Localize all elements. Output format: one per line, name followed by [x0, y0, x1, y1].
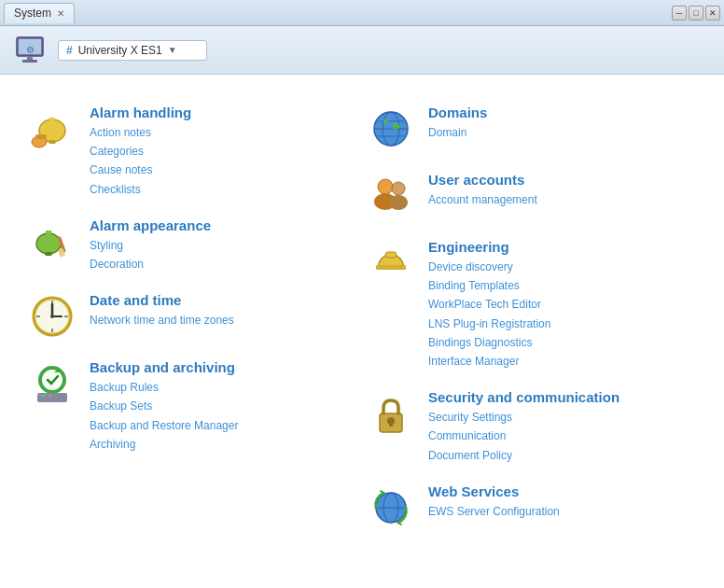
link-action-notes[interactable]: Action notes	[90, 124, 357, 142]
alarm-handling-title: Alarm handling	[90, 105, 357, 120]
security-communication-icon	[367, 389, 415, 438]
engineering-content: EngineeringDevice discoveryBinding Templ…	[428, 239, 696, 371]
alarm-appearance-title: Alarm appearance	[90, 217, 357, 233]
left-column: Alarm handlingAction notesCategoriesCaus…	[28, 93, 357, 539]
link-cause-notes[interactable]: Cause notes	[90, 161, 357, 179]
alarm-handling-icon	[28, 105, 77, 153]
alarm-appearance-content: Alarm appearanceStylingDecoration	[90, 217, 357, 273]
breadcrumb-dropdown-icon: ▼	[168, 45, 177, 55]
link-archiving[interactable]: Archiving	[90, 436, 357, 454]
system-tab[interactable]: System ✕	[4, 3, 75, 23]
backup-archiving-icon	[28, 359, 77, 408]
svg-rect-25	[37, 393, 67, 402]
alarm-handling-content: Alarm handlingAction notesCategoriesCaus…	[90, 105, 357, 199]
svg-rect-38	[376, 265, 406, 270]
web-services-icon	[367, 483, 415, 532]
section-backup-archiving: Backup and archivingBackup RulesBackup S…	[28, 348, 357, 461]
link-account-management[interactable]: Account management	[428, 191, 696, 209]
svg-rect-27	[49, 395, 52, 397]
domains-content: DomainsDomain	[428, 105, 696, 142]
section-date-time: Date and timeNetwork time and time zones	[28, 281, 357, 348]
svg-rect-12	[46, 231, 51, 235]
backup-archiving-title: Backup and archiving	[90, 359, 357, 375]
security-communication-content: Security and communicationSecurity Setti…	[428, 389, 696, 465]
svg-point-34	[378, 179, 393, 194]
section-security-communication: Security and communicationSecurity Setti…	[367, 378, 696, 472]
date-time-content: Date and timeNetwork time and time zones	[90, 292, 357, 329]
svg-rect-26	[40, 395, 46, 397]
svg-rect-7	[49, 118, 55, 121]
breadcrumb-selector[interactable]: # University X ES1 ▼	[58, 40, 207, 61]
user-accounts-title: User accounts	[428, 172, 696, 188]
tab-close-button[interactable]: ✕	[57, 8, 64, 19]
backup-archiving-links: Backup RulesBackup SetsBackup and Restor…	[90, 379, 357, 454]
window-controls: ─ □ ✕	[672, 6, 720, 21]
section-domains: DomainsDomain	[367, 93, 696, 161]
date-time-links: Network time and time zones	[90, 312, 357, 329]
link-ews-server-configuration[interactable]: EWS Server Configuration	[428, 503, 696, 521]
link-decoration[interactable]: Decoration	[90, 256, 357, 273]
backup-archiving-content: Backup and archivingBackup RulesBackup S…	[90, 359, 357, 454]
svg-point-23	[50, 315, 54, 318]
link-categories[interactable]: Categories	[90, 143, 357, 161]
svg-point-10	[36, 233, 61, 254]
maximize-button[interactable]: □	[689, 6, 703, 21]
web-services-content: Web ServicesEWS Server Configuration	[428, 483, 696, 521]
engineering-icon	[367, 239, 415, 287]
svg-rect-4	[22, 60, 37, 63]
link-backup-and-restore-manager[interactable]: Backup and Restore Manager	[90, 417, 357, 435]
link-backup-rules[interactable]: Backup Rules	[90, 379, 357, 397]
link-network-time-and-time-zones[interactable]: Network time and time zones	[90, 312, 357, 329]
alarm-appearance-icon	[28, 217, 77, 266]
svg-rect-9	[35, 134, 47, 139]
link-checklists[interactable]: Checklists	[90, 181, 357, 199]
section-web-services: Web ServicesEWS Server Configuration	[367, 472, 696, 539]
computer-icon: ⚙	[11, 32, 49, 69]
link-bindings-diagnostics[interactable]: Bindings Diagnostics	[428, 334, 696, 352]
link-binding-templates[interactable]: Binding Templates	[428, 277, 696, 295]
domains-icon	[367, 105, 415, 153]
engineering-links: Device discoveryBinding TemplatesWorkPla…	[428, 259, 696, 371]
link-lns-plug-in-registration[interactable]: LNS Plug-in Registration	[428, 315, 696, 333]
svg-text:⚙: ⚙	[26, 44, 35, 54]
section-engineering: EngineeringDevice discoveryBinding Templ…	[367, 228, 696, 378]
title-bar: System ✕ ─ □ ✕	[0, 0, 724, 26]
web-services-links: EWS Server Configuration	[428, 503, 696, 521]
link-workplace-tech-editor[interactable]: WorkPlace Tech Editor	[428, 296, 696, 314]
link-device-discovery[interactable]: Device discovery	[428, 259, 696, 276]
sections-grid: Alarm handlingAction notesCategoriesCaus…	[28, 93, 696, 539]
link-security-settings[interactable]: Security Settings	[428, 409, 696, 427]
security-communication-title: Security and communication	[428, 389, 696, 405]
svg-rect-39	[385, 252, 397, 258]
date-time-icon	[28, 292, 77, 341]
domains-links: Domain	[428, 124, 696, 142]
link-domain[interactable]: Domain	[428, 124, 696, 142]
user-accounts-content: User accountsAccount management	[428, 172, 696, 209]
alarm-handling-links: Action notesCategoriesCause notesCheckli…	[90, 124, 357, 199]
right-column: DomainsDomain User accountsAccount manag…	[367, 93, 696, 539]
toolbar: ⚙ # University X ES1 ▼	[0, 26, 724, 75]
section-user-accounts: User accountsAccount management	[367, 161, 696, 228]
alarm-appearance-links: StylingDecoration	[90, 237, 357, 273]
date-time-title: Date and time	[90, 292, 357, 308]
link-communication[interactable]: Communication	[428, 427, 696, 445]
svg-rect-11	[45, 252, 52, 256]
link-interface-manager[interactable]: Interface Manager	[428, 353, 696, 371]
breadcrumb-hash: #	[66, 44, 73, 57]
engineering-title: Engineering	[428, 239, 696, 255]
close-window-button[interactable]: ✕	[705, 6, 720, 21]
section-alarm-handling: Alarm handlingAction notesCategoriesCaus…	[28, 93, 357, 206]
user-accounts-links: Account management	[428, 191, 696, 209]
link-document-policy[interactable]: Document Policy	[428, 447, 696, 465]
section-alarm-appearance: Alarm appearanceStylingDecoration	[28, 206, 357, 281]
web-services-title: Web Services	[428, 483, 696, 499]
minimize-button[interactable]: ─	[672, 6, 687, 21]
svg-rect-42	[389, 421, 393, 427]
main-content: Alarm handlingAction notesCategoriesCaus…	[0, 75, 724, 588]
link-styling[interactable]: Styling	[90, 237, 357, 255]
link-backup-sets[interactable]: Backup Sets	[90, 398, 357, 415]
security-communication-links: Security SettingsCommunicationDocument P…	[428, 409, 696, 465]
svg-rect-3	[27, 56, 33, 60]
svg-point-36	[392, 182, 405, 195]
user-accounts-icon	[367, 172, 415, 220]
